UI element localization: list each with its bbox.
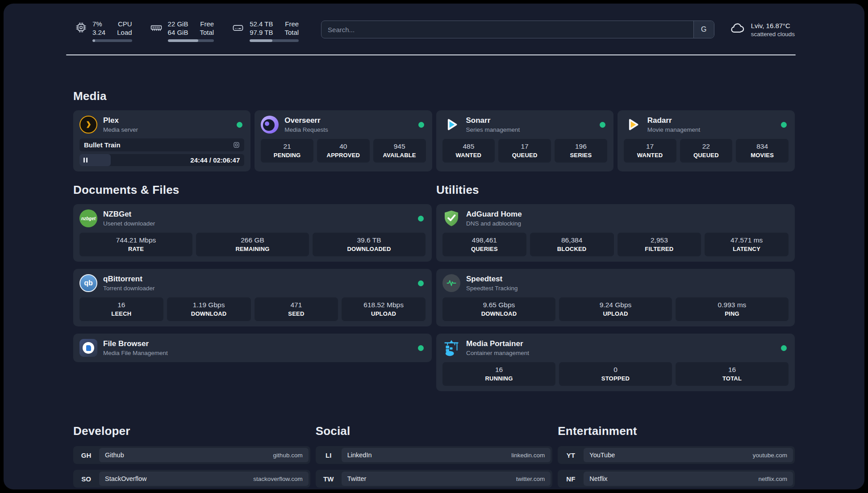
bookmark-youtube[interactable]: YT YouTube youtube.com [558, 446, 795, 464]
stat-value: 196 [556, 142, 605, 150]
stat-label: APPROVED [319, 152, 368, 159]
ram-free-value: 22 GiB [168, 20, 188, 28]
app-title: Plex [103, 116, 138, 125]
disk-icon [232, 21, 244, 42]
stat-value: 9.65 Gbps [444, 301, 554, 309]
stat-label: QUEUED [682, 152, 731, 159]
stat-tile: 485 WANTED [442, 139, 495, 163]
stat-label: AVAILABLE [375, 152, 424, 159]
stat-value: 1.19 Gbps [169, 301, 249, 309]
app-title: File Browser [103, 339, 168, 348]
app-title: Overseerr [284, 116, 328, 125]
speedtest-icon [442, 274, 460, 292]
bookmark-abbr: LI [316, 451, 342, 459]
bookmark-url: youtube.com [753, 452, 787, 459]
sonarr-icon [442, 116, 460, 134]
status-dot [418, 216, 424, 221]
app-card-qbittorrent[interactable]: qb qBittorrent Torrent downloader 16 LEE… [73, 269, 432, 326]
portainer-icon [442, 339, 460, 357]
app-title: Sonarr [466, 116, 520, 125]
playback-progress-bar[interactable]: 24:44 / 02:06:47 [79, 154, 244, 166]
bookmark-stackoverflow[interactable]: SO StackOverflow stackoverflow.com [73, 470, 310, 488]
bookmark-name: Netflix [589, 475, 607, 482]
app-card-filebrowser[interactable]: File Browser Media File Management [73, 334, 432, 362]
app-subtitle: Container management [466, 350, 529, 356]
disk-total-value: 97.9 TB [250, 28, 273, 37]
stat-tile: 17 WANTED [624, 139, 676, 163]
bookmark-netflix[interactable]: NF Netflix netflix.com [558, 470, 795, 488]
stat-label: BLOCKED [532, 246, 612, 252]
stat-value: 40 [319, 142, 368, 150]
app-card-adguard[interactable]: AdGuard Home DNS and adblocking 498,461 … [436, 204, 795, 262]
ram-total-label: Total [200, 28, 214, 37]
stat-value: 17 [500, 142, 549, 150]
status-dot [418, 122, 424, 128]
stat-label: PENDING [263, 152, 312, 159]
stat-value: 744.21 Mbps [81, 236, 191, 244]
bookmark-abbr: SO [73, 475, 99, 483]
media-card-grid: Plex Media server Bullet Train [73, 110, 795, 171]
search-engine-button[interactable]: G [693, 21, 714, 38]
bookmark-abbr: GH [73, 451, 99, 459]
stat-tile: 22 QUEUED [680, 139, 733, 163]
bookmark-twitter[interactable]: TW Twitter twitter.com [316, 470, 553, 488]
qbittorrent-icon: qb [79, 274, 97, 292]
playback-time: 24:44 / 02:06:47 [190, 156, 240, 164]
stat-value: 834 [738, 142, 787, 150]
weather-cloud-icon [730, 21, 746, 38]
app-card-sonarr[interactable]: Sonarr Series management 485 WANTED 17 Q… [436, 110, 613, 171]
stat-tile: 834 MOVIES [736, 139, 789, 163]
cpu-load-value: 3.24 [92, 28, 105, 37]
stat-label: UPLOAD [343, 310, 424, 317]
stat-label: DOWNLOAD [169, 310, 249, 317]
app-card-nzbget[interactable]: nzbget NZBGet Usenet downloader 744.21 M… [73, 204, 432, 262]
stat-tile: 9.65 Gbps DOWNLOAD [442, 297, 555, 321]
bookmark-url: twitter.com [516, 476, 545, 482]
section-title-media: Media [73, 89, 795, 103]
disk-stat-widget: 52.4 TB 97.9 TB Free Total [232, 20, 299, 42]
stat-label: MOVIES [738, 152, 787, 159]
stat-label: RUNNING [444, 375, 554, 382]
bookmark-linkedin[interactable]: LI LinkedIn linkedin.com [316, 446, 553, 464]
playback-progress-fill [79, 154, 111, 166]
cpu-percent: 7% [92, 20, 105, 28]
app-title: AdGuard Home [466, 210, 522, 219]
stat-value: 498,461 [444, 236, 525, 244]
search-input[interactable] [321, 21, 714, 38]
status-dot [600, 122, 605, 128]
app-subtitle: Media Requests [284, 126, 328, 133]
stat-tile: 47.571 ms LATENCY [705, 233, 789, 256]
bookmark-abbr: NF [558, 475, 584, 483]
app-card-overseerr[interactable]: Overseerr Media Requests 21 PENDING 40 A… [255, 110, 432, 171]
stat-tile: 40 APPROVED [317, 139, 370, 163]
app-subtitle: Speedtest Tracking [466, 285, 518, 292]
stat-label: REMAINING [198, 246, 307, 252]
weather-condition: scattered clouds [751, 31, 795, 38]
bookmark-abbr: YT [558, 451, 584, 459]
app-card-radarr[interactable]: Radarr Movie management 17 WANTED 22 QUE… [618, 110, 795, 171]
status-dot [418, 345, 424, 351]
status-dot [237, 122, 242, 128]
disk-free-value: 52.4 TB [250, 20, 273, 28]
app-card-speedtest[interactable]: Speedtest Speedtest Tracking 9.65 Gbps D… [436, 269, 795, 326]
stat-tile: 0.993 ms PING [676, 297, 789, 321]
plex-icon [79, 116, 97, 134]
bookmark-name: Twitter [347, 475, 367, 482]
cpu-label: CPU [117, 20, 132, 28]
adguard-icon [442, 209, 460, 227]
app-card-portainer[interactable]: Media Portainer Container management 16 … [436, 334, 795, 391]
stat-value: 485 [444, 142, 493, 150]
pause-icon [83, 158, 85, 163]
stat-value: 21 [263, 142, 312, 150]
app-card-plex[interactable]: Plex Media server Bullet Train [73, 110, 250, 171]
stat-label: DOWNLOAD [444, 310, 554, 317]
stat-label: LEECH [81, 310, 162, 317]
stat-value: 0 [561, 366, 670, 374]
utilities-column: Utilities AdGuard Home [436, 183, 795, 398]
open-player-modal-icon[interactable] [233, 142, 240, 148]
bookmark-github[interactable]: GH Github github.com [73, 446, 310, 464]
ram-progress-bar [168, 39, 214, 42]
stat-value: 945 [375, 142, 424, 150]
stat-tile: 266 GB REMAINING [196, 233, 309, 256]
stat-label: WANTED [626, 152, 675, 159]
